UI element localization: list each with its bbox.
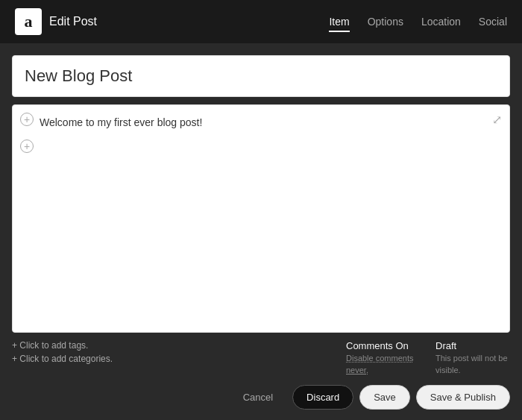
comments-desc-suffix: .: [366, 366, 368, 374]
nav-tab-location[interactable]: Location: [421, 11, 461, 32]
add-block-button-1[interactable]: +: [20, 113, 34, 126]
nav-tab-social[interactable]: Social: [479, 11, 507, 32]
app-title: Edit Post: [49, 15, 97, 28]
bottom-bar: + Click to add tags. + Click to add cate…: [0, 333, 522, 376]
editor-text-area[interactable]: Welcome to my first ever blog post!: [13, 105, 509, 332]
main-content: + + ⤢ Welcome to my first ever blog post…: [0, 43, 522, 333]
draft-title: Draft: [435, 340, 510, 351]
cancel-button[interactable]: Cancel: [230, 386, 286, 409]
comments-meta: Comments On Disable comments never.: [346, 340, 421, 376]
discard-button[interactable]: Discard: [292, 385, 353, 410]
post-title-input[interactable]: [12, 55, 510, 97]
nav-tabs: ItemOptionsLocationSocial: [329, 11, 507, 32]
logo-area: a Edit Post: [15, 8, 97, 35]
save-button[interactable]: Save: [359, 385, 410, 410]
nav-tab-item[interactable]: Item: [329, 11, 349, 32]
header: a Edit Post ItemOptionsLocationSocial: [0, 0, 522, 43]
add-tags-link[interactable]: + Click to add tags.: [12, 340, 346, 351]
draft-meta: Draft This post will not be visible.: [435, 340, 510, 376]
footer-actions: Cancel Discard Save Save & Publish: [0, 376, 522, 420]
meta-section: Comments On Disable comments never. Draf…: [346, 340, 510, 376]
logo-icon: a: [15, 8, 42, 35]
add-block-button-2[interactable]: +: [20, 140, 34, 153]
editor-container: + + ⤢ Welcome to my first ever blog post…: [12, 104, 510, 333]
editor-toolbar-left: + +: [20, 113, 34, 153]
resize-icon[interactable]: ⤢: [492, 113, 502, 127]
draft-desc: This post will not be visible.: [435, 353, 510, 376]
comments-desc: Disable comments never.: [346, 353, 421, 376]
tags-categories-section: + Click to add tags. + Click to add cate…: [12, 340, 346, 364]
add-categories-link[interactable]: + Click to add categories.: [12, 354, 346, 364]
comments-title: Comments On: [346, 340, 421, 351]
comments-desc-link[interactable]: never: [346, 366, 366, 374]
comments-desc-prefix: Disable comments: [346, 354, 413, 363]
save-publish-button[interactable]: Save & Publish: [416, 385, 510, 410]
nav-tab-options[interactable]: Options: [368, 11, 403, 32]
